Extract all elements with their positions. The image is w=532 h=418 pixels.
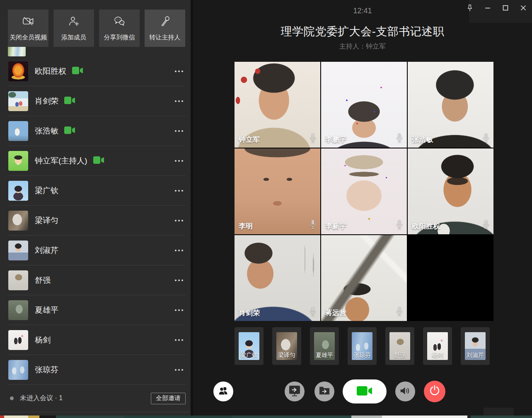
participant-thumbnail[interactable]: 梁广钦 (235, 327, 264, 365)
avatar (8, 121, 28, 141)
video-tile[interactable]: 欧阳胜权 (408, 148, 493, 234)
video-tile[interactable]: 李新宇 (321, 148, 407, 234)
participant-thumbnail[interactable]: 杨剑 (423, 327, 452, 365)
background-desktop-strip (0, 416, 532, 418)
members-button[interactable] (213, 382, 233, 401)
members-icon (217, 385, 230, 398)
participant-thumbnail[interactable]: 刘淑芹 (461, 327, 490, 365)
participant-thumbnail[interactable]: 梁译匀 (272, 327, 301, 365)
avatar (8, 91, 28, 111)
meeting-window: 关闭全员视频 添加成员 (0, 0, 532, 418)
participant-thumbnail[interactable]: 张琼芬 (348, 327, 377, 365)
participant-thumbnail[interactable]: 夏雄平 (310, 327, 339, 365)
video-tile[interactable]: 钟立军 (235, 62, 320, 148)
leave-meeting-button[interactable] (424, 381, 445, 402)
thumbnail-name: 舒强 (385, 352, 414, 359)
mic-icon (395, 306, 404, 318)
tile-name: 张浩敏 (412, 135, 433, 144)
transfer-host-button[interactable]: 转让主持人 (145, 10, 185, 47)
share-folder-button[interactable] (314, 382, 334, 401)
participants-sidebar: 关闭全员视频 添加成员 (0, 0, 191, 416)
more-options-button[interactable] (172, 337, 184, 343)
meeting-host: 主持人：钟立军 (193, 42, 532, 51)
power-icon (429, 385, 440, 398)
share-to-wechat-button[interactable]: 分享到微信 (99, 10, 140, 47)
speaker-button[interactable] (395, 382, 415, 401)
video-on-icon (64, 126, 75, 136)
tile-name: 欧阳胜权 (412, 221, 440, 231)
maximize-icon[interactable] (502, 4, 509, 12)
pin-icon[interactable] (466, 4, 474, 12)
more-options-button[interactable] (172, 307, 184, 314)
not-joined-status: 未进入会议 · 1 (20, 394, 151, 403)
video-tile[interactable]: 肖剑荣 (235, 235, 320, 321)
participant-name: 杨剑 (35, 335, 51, 345)
video-tile[interactable]: 李鹏宇 (321, 62, 407, 148)
thumbnail-name: 张琼芬 (348, 352, 377, 359)
video-tile[interactable]: 蒋远营 (321, 235, 407, 321)
toolbar-button-label: 转让主持人 (150, 34, 181, 41)
participant-name: 夏雄平 (35, 305, 58, 316)
participant-name: 张浩敏 (35, 126, 58, 136)
toolbar-button-label: 关闭全员视频 (10, 34, 47, 41)
participant-row: 张浩敏 (0, 116, 191, 146)
add-member-button[interactable]: 添加成员 (53, 10, 94, 47)
video-tile[interactable]: 李明 (235, 148, 320, 234)
participant-name: 钟立军(主持人) (35, 156, 87, 166)
more-options-button[interactable] (172, 68, 184, 75)
tile-name: 李鹏宇 (325, 135, 346, 144)
audio-participant-strip: 梁广钦 梁译匀 夏雄平 张琼芬 舒强 杨剑 (235, 327, 490, 365)
mic-icon (482, 219, 490, 231)
thumbnail-name: 梁广钦 (235, 352, 264, 359)
more-options-button[interactable] (172, 98, 184, 104)
avatar (8, 360, 28, 380)
close-all-video-button[interactable]: 关闭全员视频 (8, 10, 48, 47)
avatar (8, 151, 28, 171)
avatar (8, 211, 28, 231)
mic-icon (395, 132, 404, 145)
more-options-button[interactable] (172, 367, 184, 373)
more-options-button[interactable] (172, 158, 184, 164)
participant-row: 夏雄平 (0, 295, 191, 325)
participant-name: 梁译匀 (35, 215, 58, 226)
participant-name: 肖剑荣 (35, 96, 58, 107)
avatar (8, 61, 28, 81)
more-options-button[interactable] (172, 247, 184, 254)
scrolled-participant-avatar (8, 47, 26, 56)
close-icon[interactable] (520, 4, 527, 12)
participant-name: 张琼芬 (35, 365, 58, 375)
participant-thumbnail[interactable]: 舒强 (385, 327, 414, 365)
share-screen-icon (288, 384, 301, 399)
more-options-button[interactable] (172, 277, 184, 284)
participant-row: 杨剑 (0, 325, 191, 355)
video-on-icon (64, 97, 75, 106)
share-screen-button[interactable] (285, 382, 305, 401)
share-folder-icon (319, 386, 330, 397)
invite-all-button[interactable]: 全部邀请 (151, 393, 186, 404)
participant-name: 舒强 (35, 275, 51, 286)
person-add-icon (68, 15, 80, 29)
minimize-icon[interactable] (484, 4, 491, 12)
speaker-icon (399, 386, 411, 397)
video-tile[interactable]: 张浩敏 (408, 62, 493, 148)
more-options-button[interactable] (172, 187, 184, 194)
thumbnail-name: 杨剑 (423, 352, 452, 359)
participant-row: 欧阳胜权 (0, 56, 191, 86)
participant-list: 欧阳胜权 肖剑荣 张浩敏 (0, 56, 191, 385)
more-options-button[interactable] (172, 217, 184, 224)
video-on-icon (72, 67, 83, 76)
camera-toggle-button[interactable] (343, 379, 387, 403)
mic-icon (395, 219, 404, 231)
mic-icon (309, 306, 317, 318)
participant-row: 舒强 (0, 265, 191, 295)
window-controls (466, 4, 527, 12)
participant-name: 梁广钦 (35, 185, 58, 196)
thumbnail-name: 梁译匀 (272, 352, 301, 359)
avatar (8, 300, 28, 320)
tile-name: 肖剑荣 (239, 308, 260, 318)
participant-row: 肖剑荣 (0, 86, 191, 116)
more-options-button[interactable] (172, 128, 184, 134)
avatar (8, 181, 28, 201)
sidebar-toolbar: 关闭全员视频 添加成员 (8, 10, 185, 47)
tile-name: 李新宇 (325, 221, 346, 231)
